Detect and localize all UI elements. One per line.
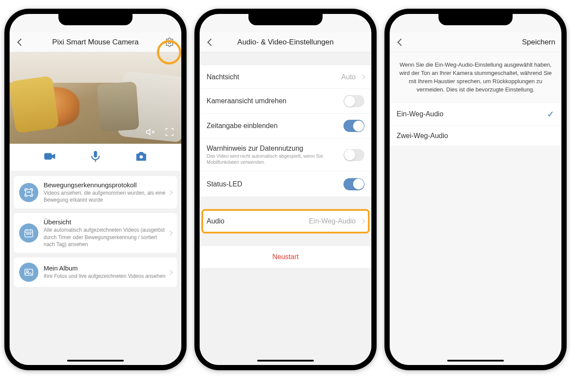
back-icon[interactable] [17,38,25,46]
option-label: Ein-Weg-Audio [397,110,443,118]
setting-nightvision[interactable]: Nachtsicht Auto [200,65,371,89]
motion-icon [19,183,38,202]
svg-point-5 [27,192,28,193]
setting-flip-camera[interactable]: Kameraansicht umdrehen [200,89,371,114]
svg-point-3 [139,155,143,159]
svg-point-6 [29,192,30,193]
svg-rect-1 [44,153,52,160]
card-subtitle: Alle automatisch aufgezeichneten Videos … [44,226,166,248]
nav-bar: Speichern [390,32,561,52]
svg-point-10 [30,233,31,234]
fullscreen-icon[interactable] [165,127,174,139]
chevron-right-icon [360,74,365,79]
card-overview[interactable]: Übersicht Alle automatisch aufgezeichnet… [14,213,177,253]
setting-timestamp[interactable]: Zeitangabe einblenden [200,114,371,139]
phone-mockup-3: Speichern Wenn Sie die Ein-Weg-Audio-Ein… [384,9,567,370]
toggle-timestamp[interactable] [343,120,364,132]
gear-icon[interactable] [164,37,175,48]
option-one-way-audio[interactable]: Ein-Weg-Audio ✓ [390,102,561,126]
setting-status-led[interactable]: Status-LED [200,172,371,196]
check-icon: ✓ [547,109,554,119]
toggle-flip[interactable] [343,95,364,107]
chevron-right-icon [167,230,172,235]
svg-rect-4 [26,189,32,196]
chevron-right-icon [167,190,172,195]
screen-title: Pixi Smart Mouse Camera [10,38,181,47]
card-motion-detection[interactable]: Bewegungserkennungsprotokoll Videos anse… [14,176,177,209]
card-title: Bewegungserkennungsprotokoll [44,181,166,189]
svg-point-0 [168,41,171,44]
action-button-row [10,144,181,171]
back-icon[interactable] [207,38,215,46]
phone-mockup-2: Audio- & Video-Einstellungen Nachtsicht … [194,9,377,370]
option-two-way-audio[interactable]: Zwei-Weg-Audio [390,126,561,146]
nav-bar: Audio- & Video-Einstellungen [200,32,371,52]
svg-point-8 [27,233,27,234]
calendar-icon [19,223,38,243]
svg-rect-2 [94,151,97,158]
toggle-status-led[interactable] [343,178,364,190]
nav-bar: Pixi Smart Mouse Camera [10,32,181,52]
camera-video-feed[interactable] [10,52,181,144]
chevron-right-icon [360,219,365,223]
option-label: Zwei-Weg-Audio [397,132,448,140]
snapshot-button[interactable] [135,150,148,165]
card-title: Mein Album [44,264,166,272]
microphone-button[interactable] [89,150,102,165]
card-subtitle: Ihre Fotos und live aufgezeichneten Vide… [44,273,166,280]
phone-mockup-1: Pixi Smart Mouse Camera [4,9,187,370]
card-my-album[interactable]: Mein Album Ihre Fotos und live aufgezeic… [14,257,177,287]
info-text: Wenn Sie die Ein-Weg-Audio-Einstellung a… [390,52,561,102]
gallery-icon [19,263,38,282]
svg-point-9 [28,233,29,234]
back-icon[interactable] [398,38,405,46]
card-subtitle: Videos ansehen, die aufgenommen wurden, … [44,189,166,203]
setting-audio[interactable]: Audio Ein-Weg-Audio [200,210,371,233]
toggle-data-warning[interactable] [343,149,364,161]
record-video-button[interactable] [43,150,56,165]
restart-button[interactable]: Neustart [200,246,371,268]
mute-icon[interactable] [146,127,155,139]
screen-title: Audio- & Video-Einstellungen [200,38,371,47]
setting-data-warning[interactable]: Warnhinweis zur Datennutzung Das Video w… [200,139,371,172]
save-button[interactable]: Speichern [522,38,555,47]
chevron-right-icon [167,270,172,274]
card-title: Übersicht [44,218,166,226]
